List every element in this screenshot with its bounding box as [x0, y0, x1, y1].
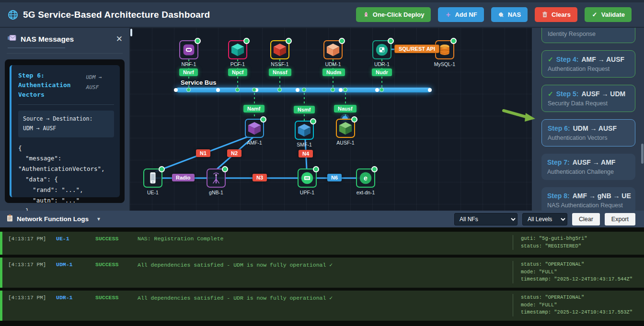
nf-node-amf[interactable]: [245, 119, 264, 138]
nf-node-ext-dn[interactable]: e: [356, 169, 375, 188]
nf-node-ausf[interactable]: [336, 119, 355, 138]
close-icon[interactable]: ✕: [116, 35, 123, 43]
nssf-icon: [273, 43, 287, 56]
bus-endpoint-dot: [428, 88, 432, 92]
brand: 5G Service-Based Architecture Dashboard: [8, 10, 210, 20]
sbi-badge: Nnrf: [179, 68, 198, 76]
log-message: All dependencies satisfied - UDM is now …: [138, 261, 513, 268]
add-nf-button[interactable]: + Add NF: [438, 7, 483, 22]
step-card-3[interactable]: AMF Identity Response: [541, 28, 635, 43]
validate-button[interactable]: ✓ Validate: [585, 7, 632, 22]
bus-connection-dot: [302, 88, 306, 92]
registration-steps-panel: AMF Identity Response ✓Step 4:AMF → AUSF…: [532, 28, 644, 211]
check-icon: ✓: [591, 11, 598, 18]
status-dot: [286, 38, 292, 44]
rocket-icon: [363, 11, 369, 18]
check-icon: ✓: [548, 90, 553, 98]
status-dot: [195, 38, 201, 44]
sbi-badge: Nudm: [322, 68, 345, 76]
udm-icon: [326, 43, 340, 56]
node-label: gNB-1: [195, 190, 238, 195]
node-label: AUSF-1: [324, 140, 367, 146]
nf-node-udr[interactable]: [372, 40, 391, 59]
log-nf: UDR-1: [56, 294, 95, 301]
button-label: Add NF: [455, 11, 477, 18]
nf-node-pcf[interactable]: [228, 40, 247, 59]
export-logs-button[interactable]: Export: [605, 213, 635, 225]
link-badge-n6: N6: [327, 174, 342, 181]
status-dot: [351, 116, 357, 123]
button-label: One-Click Deploy: [373, 11, 425, 18]
clipboard-icon: [7, 214, 13, 224]
logs-title: Network Function Logs: [17, 215, 89, 223]
clears-button[interactable]: Clears: [535, 7, 577, 22]
status-dot: [371, 166, 378, 172]
status-dot: [243, 38, 250, 44]
message-icon: [8, 34, 17, 44]
check-icon: ✓: [548, 56, 553, 63]
step-card-6-active[interactable]: Step 6:UDM → AUSF Authentication Vectors: [541, 119, 635, 146]
step-card-7[interactable]: Step 7:AUSF → AMF Authentication Challen…: [541, 154, 635, 180]
step-number: Step 8:: [547, 192, 570, 200]
nf-node-nssf[interactable]: [270, 40, 289, 59]
app-header: 5G Service-Based Architecture Dashboard …: [0, 0, 644, 28]
nas-button[interactable]: NAS: [491, 7, 528, 22]
steps-scrollbar-thumb[interactable]: [641, 144, 644, 164]
title-underline: [8, 47, 65, 48]
page-title: 5G Service-Based Architecture Dashboard: [23, 10, 210, 20]
status-dot: [339, 38, 345, 44]
service-bus-label: Service Bus: [181, 79, 216, 86]
bus-endpoint-dot: [375, 88, 379, 92]
link-badge-n2: N2: [227, 149, 242, 157]
link-badge-sql-api: SQL/REST API: [394, 45, 439, 53]
step-desc: Authentication Challenge: [547, 168, 630, 176]
step-card-4[interactable]: ✓Step 4:AMF → AUSF Authentication Reques…: [541, 50, 635, 78]
sbi-badge: Nnssf: [269, 68, 291, 76]
step-card-5[interactable]: ✓Step 5:AUSF → UDM Security Data Request: [541, 85, 635, 112]
node-label: NSSF-1: [258, 61, 301, 67]
log-level-badge: SUCCESS: [95, 235, 138, 242]
log-row: [4:13:17 PM] UE-1 SUCCESS NAS: Registrat…: [0, 232, 644, 255]
log-nf: UDM-1: [56, 261, 95, 268]
divider: [18, 104, 114, 105]
one-click-deploy-button[interactable]: One-Click Deploy: [356, 7, 431, 22]
udr-icon: [375, 43, 389, 56]
button-label: Validate: [601, 11, 625, 18]
topology-canvas[interactable]: Service Bus NRF-1 Nnrf PCF-1 Npcf NSSF-1…: [130, 28, 532, 211]
trash-icon: [541, 11, 548, 18]
svg-text:e: e: [364, 174, 368, 182]
upf-icon: [300, 171, 314, 185]
log-details: guti: "5g-guti-bhg5ri" status: "REGISTER…: [513, 235, 638, 250]
smf-icon: [298, 124, 311, 137]
nf-filter-select[interactable]: All NFs: [454, 213, 518, 225]
level-filter-select[interactable]: All Levels: [522, 213, 567, 225]
node-label: UDR-1: [360, 61, 403, 67]
bus-connection-dot: [331, 88, 335, 92]
status-dot: [313, 166, 319, 172]
clear-logs-button[interactable]: Clear: [572, 213, 600, 225]
node-label: PCF-1: [216, 61, 259, 67]
step-card-8[interactable]: Step 8:AMF → gNB → UE NAS Authentication…: [541, 187, 635, 211]
link-badge-n4: N4: [299, 150, 313, 157]
bus-connection-dot: [380, 88, 384, 92]
log-nf: UE-1: [56, 235, 95, 242]
bus-connection-dot: [186, 88, 191, 92]
status-dot: [450, 38, 457, 44]
nf-node-nrf[interactable]: [179, 40, 198, 59]
nf-node-udm[interactable]: [323, 40, 343, 59]
globe-icon: [8, 10, 18, 20]
nf-node-smf[interactable]: [295, 121, 314, 140]
nf-node-ue[interactable]: [143, 169, 162, 188]
nf-node-upf[interactable]: [298, 169, 317, 188]
step-desc: Authentication Request: [548, 65, 629, 73]
sbi-badge: Nudr: [372, 68, 392, 76]
node-label: NRF-1: [167, 61, 210, 67]
logs-body: [4:13:17 PM] UE-1 SUCCESS NAS: Registrat…: [0, 229, 644, 326]
sbi-badge: Nsmf: [294, 106, 315, 113]
nf-node-gnb[interactable]: [207, 169, 226, 188]
node-label: SMF-1: [283, 142, 326, 147]
collapse-caret-icon[interactable]: ▼: [96, 216, 101, 222]
step-route: AMF: [548, 28, 562, 28]
log-row: [4:13:17 PM] UDR-1 SUCCESS All dependenc…: [0, 291, 644, 321]
log-time: [4:13:17 PM]: [8, 261, 56, 268]
